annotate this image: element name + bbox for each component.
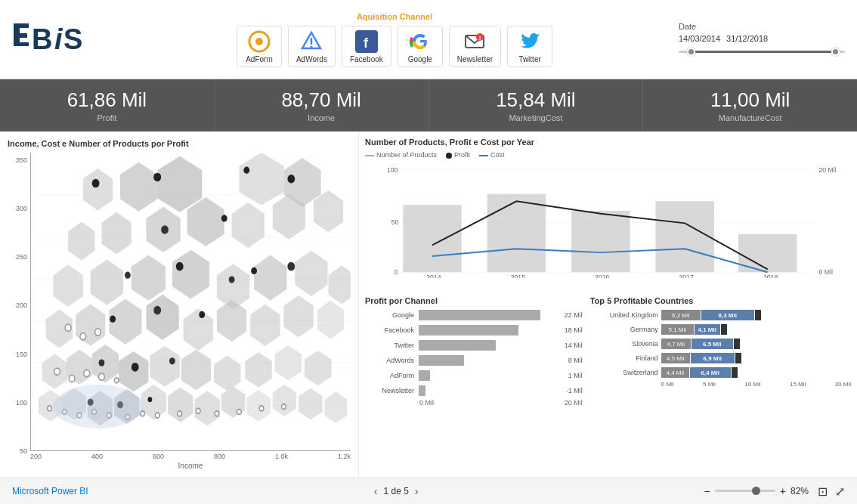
svg-text:2015: 2015 [511, 274, 526, 278]
slider-left-handle[interactable] [687, 48, 695, 56]
line-chart-title: Number of Products, Profit e Cost por Ye… [365, 138, 851, 147]
country-name-switzerland: Switzerland [590, 369, 658, 376]
svg-marker-49 [250, 304, 280, 346]
acquisition-section: Aquisition Channel AdForm [125, 12, 664, 67]
legend-cost: Cost [479, 151, 505, 159]
svg-marker-67 [168, 388, 193, 422]
kpi-manufacture-value: 11,00 Mil [710, 88, 790, 112]
channel-bar-facebook-container [419, 325, 557, 335]
svg-point-77 [287, 175, 295, 184]
date-range: 14/03/2014 31/12/2018 [679, 34, 845, 43]
country-bar-blue-finland: 6,9 Mil [691, 353, 735, 363]
zoom-in-button[interactable]: + [780, 485, 786, 497]
adwords-button[interactable]: AdWords [288, 26, 336, 67]
powerbi-link[interactable]: Microsoft Power BI [12, 486, 88, 496]
adwords-label: AdWords [296, 55, 327, 63]
country-chart-title: Top 5 Profitable Countries [590, 296, 851, 305]
facebook-button[interactable]: f Facebook [342, 26, 391, 67]
channel-bar-google [419, 310, 540, 320]
svg-point-76 [243, 167, 249, 174]
svg-point-113 [237, 410, 241, 415]
svg-text:0 Mil: 0 Mil [819, 268, 833, 276]
scatter-chart-container: 350 300 250 200 150 100 50 Cost [8, 153, 351, 470]
kpi-profit-label: Profit [97, 113, 117, 122]
country-name-germany: Germany [590, 326, 658, 333]
svg-marker-72 [299, 388, 322, 420]
country-bar-dark-finland [735, 353, 741, 363]
svg-marker-23 [83, 169, 113, 211]
zoom-handle[interactable] [752, 487, 760, 495]
zoom-slider[interactable] [715, 487, 775, 496]
zoom-controls: − + 82% ⊡ ⤢ [704, 484, 845, 499]
next-page-button[interactable]: › [415, 485, 419, 497]
kpi-marketing-value: 15,84 Mil [496, 88, 576, 112]
kpi-income: 88,70 Mil Income [215, 79, 429, 131]
svg-point-111 [196, 408, 200, 413]
facebook-label: Facebook [350, 55, 383, 63]
country-name-uk: United Kingdom [590, 311, 658, 319]
date-slider[interactable] [679, 48, 845, 57]
fit-page-button[interactable]: ⊡ [818, 484, 828, 499]
svg-point-87 [199, 311, 205, 318]
scatter-plot-area: Cost [30, 153, 351, 470]
channel-val-adform: 1 Mil [568, 372, 583, 379]
zoom-out-button[interactable]: − [704, 485, 710, 497]
svg-marker-71 [273, 385, 296, 416]
scatter-svg [31, 153, 351, 450]
date-label: Date [679, 22, 845, 31]
kpi-manufacture-label: ManufactureCost [719, 113, 782, 122]
svg-marker-42 [328, 265, 351, 304]
channel-row-adform: AdForm 1 Mil [365, 370, 583, 381]
svg-point-94 [65, 324, 71, 331]
y-tick-100: 100 [16, 399, 27, 407]
zoom-level: 82% [790, 486, 809, 496]
page-info: 1 de 5 [383, 486, 408, 496]
adform-button[interactable]: AdForm [237, 26, 282, 67]
svg-point-116 [54, 385, 143, 428]
channel-x-axis: 0 Mil 20 Mil [365, 399, 583, 407]
svg-text:100: 100 [387, 166, 398, 174]
svg-marker-40 [254, 255, 286, 301]
svg-rect-127 [571, 211, 630, 272]
kpi-profit-value: 61,86 Mil [67, 88, 147, 112]
channel-bar-adform [419, 370, 430, 381]
slider-right-handle[interactable] [831, 48, 840, 56]
svg-point-99 [84, 369, 90, 376]
country-bar-blue-uk: 8,3 Mil [701, 310, 754, 320]
svg-point-93 [147, 397, 152, 402]
svg-point-81 [176, 262, 184, 271]
svg-point-74 [92, 179, 100, 188]
channel-x-0: 0 Mil [419, 399, 434, 407]
svg-marker-51 [317, 301, 344, 339]
facebook-icon: f [354, 29, 379, 54]
twitter-button[interactable]: Twitter [507, 26, 552, 67]
newsletter-icon: ! [463, 29, 487, 54]
google-label: Google [408, 55, 432, 63]
y-tick-300: 300 [16, 205, 27, 212]
svg-marker-36 [91, 259, 123, 305]
svg-marker-60 [275, 345, 302, 380]
country-x-15: 15 Mil [790, 381, 806, 388]
svg-text:2014: 2014 [426, 274, 441, 278]
adform-icon [247, 29, 271, 54]
svg-marker-24 [120, 162, 157, 212]
scatter-canvas: Cost [30, 153, 351, 451]
google-button[interactable]: Google [398, 26, 443, 67]
country-bar-gray-uk: 6,2 Mil [661, 310, 701, 320]
svg-marker-59 [245, 352, 271, 387]
country-bar-gray-germany: 5,1 Mil [661, 324, 694, 335]
svg-marker-26 [239, 153, 283, 206]
prev-page-button[interactable]: ‹ [374, 485, 378, 497]
y-axis: 350 300 250 200 150 100 50 [8, 153, 30, 470]
channel-val-newsletter: -1 Mil [566, 387, 583, 394]
country-bar-dark-uk [755, 310, 761, 320]
svg-point-85 [110, 316, 116, 323]
svg-point-78 [161, 225, 169, 234]
channel-bar-newsletter [419, 385, 425, 396]
svg-point-86 [153, 306, 161, 315]
newsletter-button[interactable]: ! Newsletter [449, 26, 501, 67]
content-area: Income, Cost e Number of Products por Pr… [0, 131, 857, 478]
fullscreen-button[interactable]: ⤢ [835, 484, 845, 499]
svg-rect-125 [403, 205, 462, 272]
channel-x-20: 20 Mil [565, 399, 583, 407]
